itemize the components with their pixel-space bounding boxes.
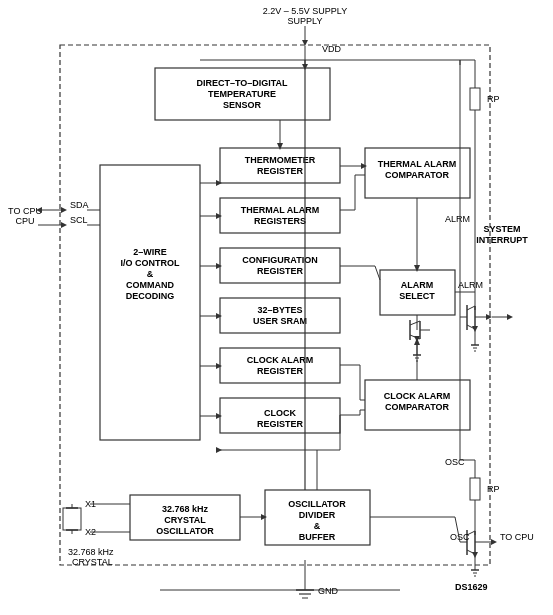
vdd-label: VDD xyxy=(322,44,342,54)
system-interrupt-label2: INTERRUPT xyxy=(476,235,528,245)
temp-sensor-label: DIRECT–TO–DIGITAL xyxy=(196,78,288,88)
alarm-select-label: ALARM xyxy=(401,280,434,290)
clock-alarm-comp-label: CLOCK ALARM xyxy=(384,391,451,401)
svg-rect-33 xyxy=(470,88,480,110)
osc-div-label2: DIVIDER xyxy=(299,510,336,520)
clock-reg-label2: REGISTER xyxy=(257,419,304,429)
osc-label: OSC xyxy=(445,457,465,467)
svg-rect-9 xyxy=(100,165,200,440)
rp-top-label: RP xyxy=(487,94,500,104)
clock-alarm-comp-label2: COMPARATOR xyxy=(385,402,449,412)
osc-div-label: OSCILLATOR xyxy=(288,499,346,509)
alrm-label: ALRM xyxy=(445,214,470,224)
thermal-alarm-regs-label: THERMAL ALARM xyxy=(241,205,320,215)
scl-label: SCL xyxy=(70,215,88,225)
to-cpu-left-label: TO CPU xyxy=(8,206,42,216)
osc-div-label3: & xyxy=(314,521,321,531)
temp-sensor-label2: TEMPERATURE xyxy=(208,89,276,99)
wire-io-label2: I/O CONTROL xyxy=(121,258,180,268)
alarm-select-label2: SELECT xyxy=(399,291,435,301)
crystal-osc-label: 32.768 kHz xyxy=(162,504,209,514)
thermal-alarm-comp-label2: COMPARATOR xyxy=(385,170,449,180)
supply-label2: SUPPLY xyxy=(288,16,323,26)
clock-reg-label: CLOCK xyxy=(264,408,296,418)
thermal-alarm-regs-label2: REGISTERS xyxy=(254,216,306,226)
therm-reg-label2: REGISTER xyxy=(257,166,304,176)
crystal-label: 32.768 kHz xyxy=(68,547,114,557)
to-cpu-left-label2: CPU xyxy=(15,216,34,226)
chip-id-label: DS1629 xyxy=(455,582,488,592)
rp-bottom-label: RP xyxy=(487,484,500,494)
svg-rect-36 xyxy=(470,478,480,500)
clock-alarm-reg-label2: REGISTER xyxy=(257,366,304,376)
osc-div-label4: BUFFER xyxy=(299,532,336,542)
sram-label2: USER SRAM xyxy=(253,316,307,326)
crystal-osc-label2: CRYSTAL xyxy=(164,515,206,525)
system-interrupt-label: SYSTEM xyxy=(483,224,520,234)
svg-rect-103 xyxy=(63,508,81,530)
config-reg-label2: REGISTER xyxy=(257,266,304,276)
gnd-label: GND xyxy=(318,586,339,596)
sda-label: SDA xyxy=(70,200,89,210)
config-reg-label: CONFIGURATION xyxy=(242,255,317,265)
crystal-label2: CRYSTAL xyxy=(72,557,113,567)
supply-label: 2.2V – 5.5V SUPPLY xyxy=(263,6,347,16)
to-cpu-right-label: TO CPU xyxy=(500,532,534,542)
clock-alarm-reg-label: CLOCK ALARM xyxy=(247,355,314,365)
crystal-osc-label3: OSCILLATOR xyxy=(156,526,214,536)
alrm-line-label: ALRM xyxy=(458,280,483,290)
wire-io-label4: COMMAND xyxy=(126,280,174,290)
wire-io-label3: & xyxy=(147,269,154,279)
temp-sensor-label3: SENSOR xyxy=(223,100,262,110)
sram-label: 32–BYTES xyxy=(257,305,302,315)
thermal-alarm-comp-label: THERMAL ALARM xyxy=(378,159,457,169)
block-diagram: 2.2V – 5.5V SUPPLY SUPPLY VDD DIRECT–TO–… xyxy=(0,0,553,615)
wire-io-label: 2–WIRE xyxy=(133,247,167,257)
wire-io-label5: DECODING xyxy=(126,291,175,301)
